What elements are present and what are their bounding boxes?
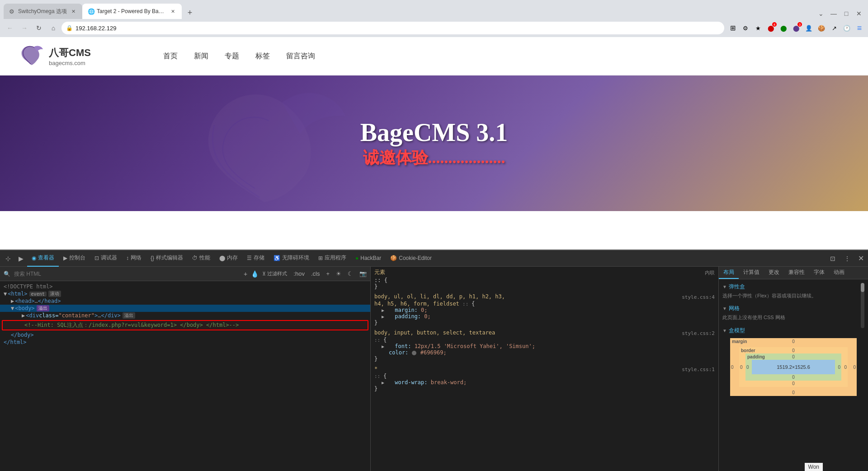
nav-news[interactable]: 新闻 <box>194 50 208 63</box>
margin-right-value[interactable]: 0 <box>853 364 856 369</box>
css-source-3[interactable]: style.css:1 <box>682 367 715 372</box>
box-tab-computed[interactable]: 计算值 <box>739 267 764 279</box>
css-source-1[interactable]: style.css:4 <box>682 294 715 300</box>
pseudo-class-btn[interactable]: :hov <box>293 270 305 277</box>
html-scroll-badge[interactable]: 滚动 <box>48 291 61 297</box>
ext-icon-share[interactable]: ↗ <box>829 23 839 33</box>
filter-styles-icon[interactable]: ⊻ 过滤样式 <box>262 270 287 277</box>
ext-icon-grid[interactable]: ⊞ <box>728 23 738 33</box>
devtools-close-button[interactable]: ✕ <box>855 253 866 264</box>
devtools-tab-network[interactable]: ↕ 网络 <box>122 250 146 267</box>
css-font-arrow[interactable]: ▶ <box>382 344 384 349</box>
ext-icon-profile[interactable]: ≡ <box>854 23 864 33</box>
css-source-2[interactable]: style.css:2 <box>682 330 715 336</box>
home-button[interactable]: ⌂ <box>47 22 60 34</box>
div-overflow-badge[interactable]: 溢出 <box>123 312 135 319</box>
margin-left-value[interactable]: 0 <box>731 364 734 369</box>
ext-icon-addon1[interactable]: ⬤ 4 <box>766 23 776 33</box>
css-word-wrap-arrow[interactable]: ▶ <box>382 380 384 385</box>
box-model-title[interactable]: 盒模型 <box>722 327 859 334</box>
html-eyedropper-icon[interactable]: 💧 <box>251 270 259 278</box>
devtools-tab-console[interactable]: ▶ 控制台 <box>59 250 90 267</box>
back-button[interactable]: ← <box>4 22 16 34</box>
console-icon-btn[interactable]: ▶ <box>14 252 27 265</box>
ext-icon-cookie[interactable]: 🍪 <box>816 23 826 33</box>
maximize-button[interactable]: □ <box>841 8 852 19</box>
body-toggle[interactable]: ▼ <box>11 305 14 311</box>
dock-left-icon[interactable]: ⊡ <box>826 252 839 265</box>
ext-icon-clock[interactable]: 🕐 <box>842 23 852 33</box>
html-add-node-icon[interactable]: + <box>244 270 247 278</box>
light-mode-icon[interactable]: ☀ <box>336 270 341 277</box>
margin-bottom-value[interactable]: 0 <box>792 390 795 395</box>
margin-top-value[interactable]: 0 <box>792 339 795 344</box>
box-tab-fonts[interactable]: 字体 <box>809 267 829 279</box>
tree-comment[interactable]: <!--Hint: SQL注入点：/index.php?r=vul&keywor… <box>2 320 368 330</box>
devtools-tab-storage[interactable]: ☰ 存储 <box>242 250 269 267</box>
devtools-more-icon[interactable]: ⋮ <box>841 252 854 265</box>
new-tab-button[interactable]: + <box>184 6 196 19</box>
padding-bottom-value[interactable]: 0 <box>792 375 795 380</box>
devtools-tab-performance[interactable]: ⏱ 性能 <box>188 250 215 267</box>
devtools-tab-inspector[interactable]: ◉ 查看器 <box>27 250 59 267</box>
box-tab-compatibility[interactable]: 兼容性 <box>784 267 809 279</box>
tab-list-button[interactable]: ⌄ <box>816 8 826 19</box>
nav-home[interactable]: 首页 <box>163 50 178 63</box>
flex-section-title[interactable]: 弹性盒 <box>722 283 859 291</box>
tree-div-container[interactable]: ▶ <div class= "container" > … </div> 溢出 <box>0 312 370 319</box>
div-toggle[interactable]: ▶ <box>22 312 25 319</box>
tab-target2-close[interactable]: ✕ <box>169 8 176 15</box>
padding-right-value[interactable]: 0 <box>838 364 840 369</box>
address-box[interactable]: 🔒 192.168.22.129 <box>61 22 724 34</box>
box-tab-changes[interactable]: 更改 <box>764 267 784 279</box>
ext-icon-gear[interactable]: ⚙ <box>741 23 750 33</box>
head-toggle[interactable]: ▶ <box>11 298 14 304</box>
devtools-tab-hackbar[interactable]: ● HackBar <box>351 250 386 267</box>
ext-icon-star[interactable]: ★ <box>753 23 763 33</box>
nav-contact[interactable]: 留言咨询 <box>286 50 315 63</box>
border-top-value[interactable]: 0 <box>792 348 795 353</box>
html-toggle[interactable]: ▼ <box>4 291 7 297</box>
grid-section-title[interactable]: 网格 <box>722 305 859 312</box>
ext-icon-green[interactable]: ⬤ <box>778 23 788 33</box>
ext-icon-addon2[interactable]: ⬤ 3 <box>791 23 801 33</box>
scroll-indicator[interactable] <box>861 283 864 328</box>
html-event-badge[interactable]: event <box>29 292 47 297</box>
refresh-button[interactable]: ↻ <box>33 22 45 34</box>
padding-left-value[interactable]: 0 <box>746 364 749 369</box>
tree-html[interactable]: ▼ <html> event 滚动 <box>0 290 370 297</box>
add-rule-icon[interactable]: + <box>326 270 330 277</box>
nav-special[interactable]: 专题 <box>225 50 239 63</box>
devtools-tab-cookie-editor[interactable]: 🍪 Cookie-Editor <box>386 250 436 267</box>
tree-body-close[interactable]: </body> <box>0 331 370 339</box>
border-left-value[interactable]: 0 <box>740 364 743 369</box>
padding-top-value[interactable]: 0 <box>792 354 795 359</box>
tab-target2[interactable]: 🌐 Target 2 - Powered By BageCMS ✕ <box>82 4 182 19</box>
devtools-tab-application[interactable]: ⊞ 应用程序 <box>314 250 351 267</box>
box-tab-animations[interactable]: 动画 <box>829 267 849 279</box>
dark-mode-icon[interactable]: ☾ <box>348 270 353 277</box>
devtools-tab-style-editor[interactable]: {} 样式编辑器 <box>146 250 188 267</box>
devtools-tab-debugger[interactable]: ⊡ 调试器 <box>90 250 122 267</box>
nav-tags[interactable]: 标签 <box>255 50 270 63</box>
forward-button[interactable]: → <box>18 22 31 34</box>
minimize-button[interactable]: — <box>828 8 839 19</box>
screenshot-icon[interactable]: 📷 <box>359 270 367 277</box>
tab-switchy[interactable]: ⚙ SwitchyOmega 选项 ✕ <box>4 4 82 19</box>
border-bottom-value[interactable]: 0 <box>792 381 795 386</box>
inspect-icon-btn[interactable]: ⊹ <box>2 252 14 265</box>
devtools-tab-memory[interactable]: ⬤ 内存 <box>215 250 242 267</box>
css-margin-arrow[interactable]: ▶ <box>382 308 384 313</box>
border-right-value[interactable]: 0 <box>844 364 847 369</box>
css-padding-arrow[interactable]: ▶ <box>382 314 384 319</box>
tree-body[interactable]: ▼ <body> 溢出 <box>0 305 370 312</box>
ext-icon-person[interactable]: 👤 <box>804 23 814 33</box>
tree-head[interactable]: ▶ <head> … </head> <box>0 297 370 305</box>
box-tab-layout[interactable]: 布局 <box>719 267 739 279</box>
close-window-button[interactable]: ✕ <box>854 8 864 19</box>
body-overflow-badge[interactable]: 溢出 <box>37 305 49 311</box>
tab-switchy-close[interactable]: ✕ <box>70 8 77 15</box>
tree-html-close[interactable]: </html> <box>0 339 370 346</box>
cls-btn[interactable]: .cls <box>311 270 320 277</box>
devtools-tab-accessibility[interactable]: ♿ 无障碍环境 <box>269 250 314 267</box>
